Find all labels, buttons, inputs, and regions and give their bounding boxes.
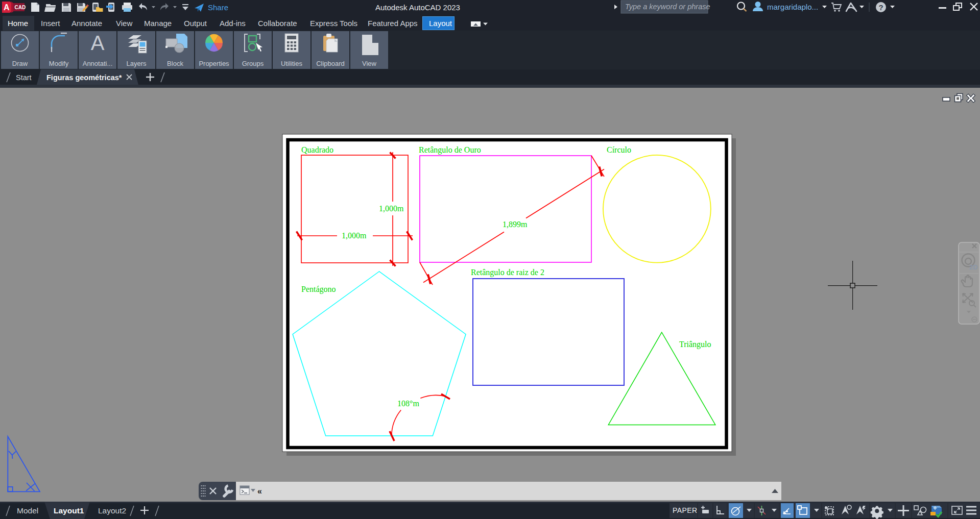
svg-text:A: A (91, 32, 105, 54)
svg-text:Model: Model (17, 506, 38, 515)
svg-text:Share: Share (208, 3, 228, 12)
svg-text:1,000m: 1,000m (342, 231, 367, 240)
svg-text:Pentágono: Pentágono (301, 285, 336, 294)
svg-text:2D: 2D (969, 263, 978, 271)
svg-text:108°m: 108°m (397, 399, 419, 408)
svg-text:Start: Start (16, 73, 32, 82)
svg-text:Retângulo de Ouro: Retângulo de Ouro (419, 145, 481, 155)
svg-text:«: « (257, 487, 262, 496)
svg-text:Type a keyword or phrase: Type a keyword or phrase (625, 3, 710, 11)
svg-text:Figuras geométricas*: Figuras geométricas* (46, 73, 122, 82)
svg-text:CAD: CAD (15, 5, 26, 10)
svg-text:Layout1: Layout1 (54, 506, 84, 515)
svg-text:Círculo: Círculo (607, 145, 631, 154)
svg-text:Layout2: Layout2 (98, 506, 126, 515)
svg-text:Quadrado: Quadrado (301, 145, 333, 154)
svg-text:Autodesk AutoCAD 2023: Autodesk AutoCAD 2023 (375, 3, 460, 12)
svg-text:A: A (4, 3, 10, 12)
svg-text:PAPER: PAPER (673, 506, 697, 514)
svg-text:Triângulo: Triângulo (679, 340, 711, 349)
svg-text:margaridaplo...: margaridaplo... (767, 3, 818, 11)
svg-text:Retângulo de raiz de 2: Retângulo de raiz de 2 (471, 268, 544, 277)
svg-text:1,899m: 1,899m (503, 220, 528, 229)
svg-text:1,000m: 1,000m (379, 204, 404, 213)
svg-text:?: ? (878, 3, 883, 12)
